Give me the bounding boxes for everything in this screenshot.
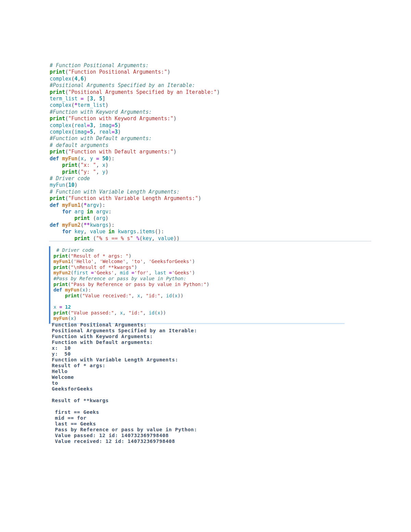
code-line: def myFun(x): — [53, 287, 345, 293]
code-line: print("Positional Arguments Specified by… — [50, 89, 220, 96]
section-divider — [49, 241, 371, 242]
output-line: Positional Arguments Specified by an Ite… — [52, 328, 197, 334]
output-line: Welcome — [52, 374, 197, 380]
output-line: mid == for — [52, 415, 197, 421]
code-line: print("Value received:", x, "id:", id(x)… — [53, 293, 345, 299]
output-line: Function with Variable Length Arguments: — [52, 357, 197, 363]
code-line: # default arguments — [50, 142, 220, 149]
output-line: y: 50 — [52, 351, 197, 357]
output-line: Result of **kwargs — [52, 398, 197, 404]
code-line: myFun2(first ='Geeks', mid ='for', last … — [53, 270, 345, 276]
code-line: #Function with Default arguments: — [50, 135, 220, 142]
code-line: myFun(10) — [50, 182, 220, 188]
code-line: complex(imag=5, real=3) — [50, 129, 220, 135]
code-line: print("Value passed:", x, "id:", id(x)) — [53, 310, 345, 316]
output-line: Pass by Reference or pass by value in Py… — [52, 427, 197, 433]
output-line: Function with Default arguments: — [52, 339, 197, 345]
code-line: for key, value in kwargs.items(): — [50, 228, 220, 235]
code-line: term_list = [3, 5] — [50, 96, 220, 102]
code-line: # Driver code — [53, 247, 345, 253]
code-line: print("\nResult of **kwargs") — [53, 264, 345, 270]
code-line: print("y: ", y) — [50, 169, 220, 175]
output-line: Value received: 12 id: 140732369798408 — [52, 438, 197, 444]
output-line: to — [52, 380, 197, 386]
code-line: # Function Positional Arguments: — [50, 62, 220, 69]
output-line: Hello — [52, 369, 197, 374]
python-code-block-driver: # Driver codeprint("Result of * args: ")… — [49, 246, 345, 324]
output-line: x: 10 — [52, 345, 197, 351]
code-line: #Function with Keyword Arguments: — [50, 109, 220, 115]
output-line — [52, 392, 197, 398]
code-line: print("Function with Variable Length Arg… — [50, 195, 220, 202]
code-line: complex(*term_list) — [50, 102, 220, 109]
code-line: print (arg) — [50, 215, 220, 222]
code-line: def myFun2(**kwargs): — [50, 222, 220, 228]
code-line: print("Function with Keyword Arguments:"… — [50, 115, 220, 122]
code-line: myFun1('Hello', 'Welcome', 'to', 'Geeksf… — [53, 259, 345, 264]
output-line — [52, 404, 197, 409]
output-line: GeeksforGeeks — [52, 386, 197, 392]
output-line: Function with Keyword Arguments: — [52, 334, 197, 339]
page: # Function Positional Arguments:print("F… — [0, 0, 411, 532]
code-line: for arg in argv: — [50, 209, 220, 215]
code-line: x = 12 — [53, 304, 345, 310]
code-line: print("x: ", x) — [50, 162, 220, 169]
code-line: # Function with Variable Length Argument… — [50, 189, 220, 195]
output-line: Function Positional Arguments: — [52, 322, 197, 328]
program-output: Function Positional Arguments:Positional… — [52, 322, 197, 444]
output-line: first == Geeks — [52, 409, 197, 415]
code-line: #Pass by Reference or pass by value in P… — [53, 276, 345, 282]
code-line: print("Pass by Reference or pass by valu… — [53, 282, 345, 287]
python-code-block-top: # Function Positional Arguments:print("F… — [50, 62, 220, 242]
code-line: complex(4,6) — [50, 76, 220, 82]
code-line — [53, 298, 345, 304]
code-line: # Driver code — [50, 175, 220, 182]
code-line: myFun(x) — [53, 316, 345, 321]
output-line: last == Geeks — [52, 421, 197, 427]
code-line: def myFun(x, y = 50): — [50, 156, 220, 162]
code-line: def myFun1(*argv): — [50, 202, 220, 209]
code-line: #Positional Arguments Specified by an It… — [50, 82, 220, 89]
code-line: print("Result of * args: ") — [53, 253, 345, 259]
code-line: print("Function with Default arguments:"… — [50, 149, 220, 155]
output-line: Value passed: 12 id: 140732369798408 — [52, 433, 197, 438]
code-line: print("Function Positional Arguments:") — [50, 69, 220, 75]
code-line: complex(real=3, imag=5) — [50, 122, 220, 129]
output-line: Result of * args: — [52, 363, 197, 369]
